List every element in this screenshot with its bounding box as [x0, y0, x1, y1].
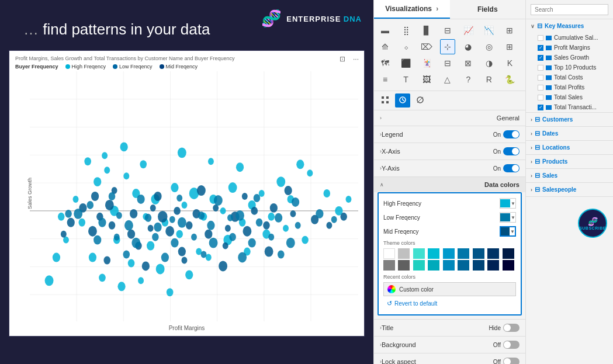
theme-color-blue3[interactable]	[473, 248, 484, 259]
lock-aspect-toggle[interactable]: Off	[493, 358, 520, 364]
theme-color-teal1[interactable]	[413, 248, 425, 259]
section-x-axis-header[interactable]: › X-Axis On	[374, 143, 525, 160]
field-top-10-products[interactable]: Top 10 Products	[526, 63, 613, 72]
vis-image[interactable]: 🖼	[419, 72, 434, 87]
vis-scatter[interactable]: ⊹	[440, 39, 455, 54]
vis-treemap[interactable]: ⊞	[502, 39, 517, 54]
locations-header[interactable]: › ⊟ Locations	[526, 141, 613, 154]
vis-bar-chart[interactable]: ▬	[378, 23, 393, 38]
theme-color-blue5[interactable]	[503, 248, 514, 259]
theme-color-blue8[interactable]	[473, 260, 484, 271]
svg-point-67	[167, 288, 174, 296]
field-total-transacti[interactable]: ✓ Total Transacti...	[526, 102, 613, 112]
vis-kpi[interactable]: K	[502, 56, 517, 71]
vis-slicer[interactable]: ≡	[378, 72, 393, 87]
svg-point-44	[182, 202, 188, 209]
vis-ribbon[interactable]: ⟰	[378, 39, 393, 54]
custom-color-btn[interactable]: Custom color	[383, 282, 516, 296]
vis-matrix[interactable]: ⊠	[460, 56, 476, 71]
theme-color-gray2[interactable]	[383, 260, 395, 271]
background-toggle[interactable]: Off	[493, 341, 520, 349]
dates-header[interactable]: › ⊟ Dates	[526, 127, 613, 140]
chart-expand-btn[interactable]: ⊡	[337, 54, 348, 64]
legend-title: Buyer Frequency	[15, 64, 58, 70]
vis-shape[interactable]: △	[440, 72, 455, 87]
vis-r[interactable]: R	[482, 72, 497, 87]
vis-area[interactable]: 📉	[482, 23, 497, 38]
section-general: › General	[374, 110, 525, 126]
y-axis-toggle[interactable]: On	[493, 164, 520, 172]
vis-waterfall[interactable]: ⬦	[399, 39, 414, 54]
high-freq-color-btn[interactable]: ▼	[500, 198, 516, 209]
theme-color-gray3[interactable]	[398, 260, 410, 271]
theme-color-blue6[interactable]	[443, 260, 455, 271]
theme-color-teal2[interactable]	[413, 260, 425, 271]
legend-toggle[interactable]: On	[493, 130, 520, 138]
theme-color-cyan1[interactable]	[428, 248, 439, 259]
vis-column[interactable]: ▊	[419, 23, 434, 38]
vis-funnel[interactable]: ⌦	[419, 39, 434, 54]
theme-color-blue7[interactable]	[458, 260, 469, 271]
vis-filled-map[interactable]: ⬛	[399, 56, 414, 71]
section-data-colors-header[interactable]: ∧ Data colors	[374, 177, 525, 192]
vis-card[interactable]: 🃏	[419, 56, 434, 71]
vis-table[interactable]: ⊟	[440, 56, 455, 71]
theme-color-black[interactable]	[503, 260, 514, 271]
theme-color-blue9[interactable]	[487, 260, 499, 271]
check-sales-growth: ✓	[538, 55, 543, 61]
mid-freq-color-btn[interactable]: ▼	[500, 226, 516, 237]
analytics-tab-btn[interactable]	[413, 93, 428, 108]
tab-visualizations[interactable]: Visualizations ›	[374, 0, 450, 19]
field-group-key-measures-header[interactable]: ∨ ⊟ Key Measures	[526, 19, 613, 33]
format-tab-btn[interactable]	[395, 93, 410, 108]
svg-point-139	[198, 212, 205, 220]
field-total-sales[interactable]: Total Sales	[526, 92, 613, 102]
table-icon-salespeople: ⊟	[535, 186, 540, 193]
theme-color-white[interactable]	[383, 248, 395, 259]
field-total-profits[interactable]: Total Profits	[526, 82, 613, 92]
field-profit-margins[interactable]: ✓ Profit Margins	[526, 43, 613, 53]
vis-stacked-col[interactable]: ⊟	[440, 23, 455, 38]
low-freq-color-btn[interactable]: ▼	[500, 212, 516, 223]
subscribe-badge[interactable]: 🧬 SUBSCRIBE	[578, 209, 607, 238]
customers-header[interactable]: › ⊟ Customers	[526, 113, 613, 126]
chart-more-btn[interactable]: ···	[351, 54, 361, 64]
revert-default-btn[interactable]: ↺ Revert to default	[383, 297, 441, 310]
theme-color-blue1[interactable]	[443, 248, 455, 259]
section-legend-header[interactable]: › Legend On	[374, 126, 525, 143]
vis-line[interactable]: 📈	[460, 23, 476, 38]
tab-fields[interactable]: Fields	[450, 0, 526, 19]
svg-point-106	[186, 221, 193, 230]
custom-color-icon	[387, 285, 396, 293]
section-general-header[interactable]: › General	[374, 110, 525, 126]
section-background-header[interactable]: › Background Off	[374, 337, 525, 353]
theme-color-gray1[interactable]	[398, 248, 410, 259]
products-header[interactable]: › ⊟ Products	[526, 155, 613, 168]
x-axis-toggle[interactable]: On	[493, 147, 520, 155]
section-y-axis-header[interactable]: › Y-Axis On	[374, 160, 525, 176]
fields-tab-btn[interactable]	[378, 93, 393, 108]
legend-toggle-thumb	[512, 131, 519, 138]
field-total-costs[interactable]: Total Costs	[526, 72, 613, 82]
field-sales-growth[interactable]: ✓ Sales Growth	[526, 53, 613, 63]
check-total-costs	[538, 75, 543, 81]
vis-gauge[interactable]: ◑	[482, 56, 497, 71]
section-lock-aspect-header[interactable]: › Lock aspect Off	[374, 353, 525, 364]
vis-qna[interactable]: ?	[460, 72, 476, 87]
vis-stacked-bar[interactable]: ⣿	[399, 23, 414, 38]
vis-text[interactable]: T	[399, 72, 414, 87]
section-title-header[interactable]: › Title Hide	[374, 320, 525, 336]
vis-pie[interactable]: ◕	[460, 39, 476, 54]
vis-map[interactable]: 🗺	[378, 56, 393, 71]
title-toggle[interactable]: Hide	[489, 324, 520, 332]
sales-header[interactable]: › ⊟ Sales	[526, 169, 613, 182]
theme-color-blue2[interactable]	[458, 248, 469, 259]
fields-search-input[interactable]	[531, 4, 608, 15]
field-cumulative-sal[interactable]: Cumulative Sal...	[526, 33, 613, 43]
vis-donut[interactable]: ◎	[482, 39, 497, 54]
theme-color-blue4[interactable]	[487, 248, 499, 259]
salespeople-header[interactable]: › ⊟ Salespeople	[526, 183, 613, 196]
theme-color-cyan2[interactable]	[428, 260, 439, 271]
vis-python[interactable]: 🐍	[502, 72, 517, 87]
vis-combo[interactable]: ⊞	[502, 23, 517, 38]
